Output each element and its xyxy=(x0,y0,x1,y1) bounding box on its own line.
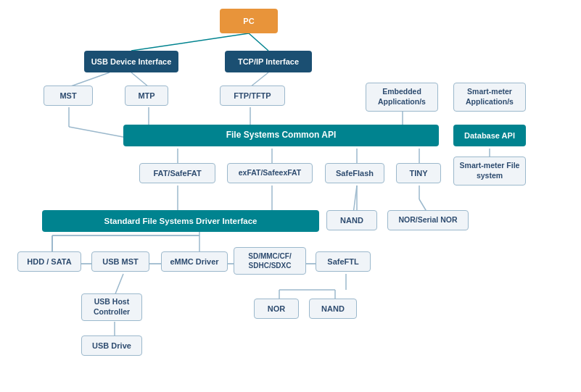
tcp-ip-interface-node: TCP/IP Interface xyxy=(225,51,312,72)
nand-upper-node: NAND xyxy=(326,210,377,230)
smart-meter-apps-node: Smart-meter Application/s xyxy=(453,83,526,112)
smart-meter-fs-node: Smart-meter File system xyxy=(453,157,526,185)
mtp-node: MTP xyxy=(125,86,168,106)
emmc-driver-node: eMMC Driver xyxy=(161,251,228,272)
fs-common-api-node: File Systems Common API xyxy=(123,125,439,146)
database-api-node: Database API xyxy=(453,125,526,146)
tiny-node: TINY xyxy=(396,163,441,183)
embedded-apps-node: Embedded Application/s xyxy=(366,83,438,112)
usb-mst-node: USB MST xyxy=(91,251,149,272)
svg-line-4 xyxy=(250,72,268,87)
diagram: PC USB Device Interface TCP/IP Interface… xyxy=(0,0,581,392)
sd-mmc-node: SD/MMC/CF/ SDHC/SDXC xyxy=(234,247,306,275)
ftp-tftp-node: FTP/TFTP xyxy=(220,86,285,106)
exfat-node: exFAT/SafeexFAT xyxy=(227,163,313,183)
nor-serial-node: NOR/Serial NOR xyxy=(387,210,469,230)
nor-lower-node: NOR xyxy=(254,299,299,319)
svg-line-2 xyxy=(69,72,110,87)
std-driver-interface-node: Standard File Systems Driver Interface xyxy=(42,210,319,232)
safeflash-node: SafeFlash xyxy=(325,163,384,183)
hdd-sata-node: HDD / SATA xyxy=(17,251,81,272)
mst-node: MST xyxy=(44,86,93,106)
svg-line-0 xyxy=(131,33,249,51)
svg-line-3 xyxy=(131,72,149,87)
usb-drive-node: USB Drive xyxy=(81,335,142,356)
svg-line-38 xyxy=(115,274,123,296)
nand-lower-node: NAND xyxy=(309,299,357,319)
safeftl-node: SafeFTL xyxy=(316,251,371,272)
fat-safefat-node: FAT/SafeFAT xyxy=(139,163,215,183)
usb-host-controller-node: USB Host Controller xyxy=(81,293,142,321)
svg-line-1 xyxy=(249,33,268,51)
svg-line-6 xyxy=(69,127,127,138)
usb-device-interface-node: USB Device Interface xyxy=(84,51,178,72)
pc-node: PC xyxy=(220,9,278,33)
